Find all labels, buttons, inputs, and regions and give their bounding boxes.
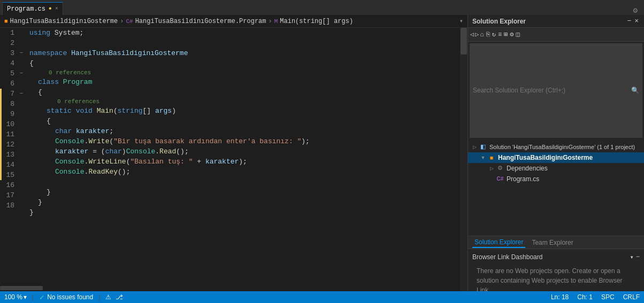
csharp-file-icon: C#	[496, 175, 504, 183]
code-line: }	[29, 197, 460, 207]
search-icon: 🔍	[631, 87, 639, 95]
toolbar-icon-preview[interactable]: ◫	[516, 30, 520, 38]
check-icon: ✓	[39, 293, 45, 301]
status-ln[interactable]: Ln: 18	[551, 293, 569, 301]
toolbar-icon-back[interactable]: ◁	[470, 30, 474, 38]
sidebar-bottom-tabs: Solution Explorer Team Explorer	[468, 236, 644, 248]
code-line-group: 0 references static void Main(string[] a…	[29, 97, 460, 116]
breadcrumb-item-3[interactable]: M Main(string[] args)	[274, 18, 353, 25]
solution-explorer-title: Solution Explorer	[472, 18, 526, 25]
solution-search-box[interactable]: 🔍	[470, 43, 642, 138]
project-icon: ■	[487, 153, 496, 162]
browser-link-text: There are no Web projects open. Create o…	[468, 263, 644, 291]
tab-modified-dot: •	[48, 5, 53, 13]
branch-icon: ⎇	[116, 293, 123, 301]
horizontal-scrollbar[interactable]	[0, 285, 460, 291]
tree-item-program-cs[interactable]: C# Program.cs	[468, 174, 644, 184]
breadcrumb: ■ HangiTusaBasildiginıGosterme › C# Hang…	[0, 15, 467, 28]
breadcrumb-down-icon[interactable]: ▾	[459, 17, 463, 25]
solution-explorer-header: Solution Explorer − ×	[468, 15, 644, 28]
toolbar-icon-settings[interactable]: ⚙	[510, 30, 513, 38]
status-bar: 100 % ▾ | ✓ No issues found | ⚠ ⎇ Ln: 18…	[0, 291, 644, 303]
browser-link-pin-icon[interactable]: −	[636, 253, 640, 261]
code-line	[29, 38, 460, 48]
solution-icon: ◧	[479, 143, 487, 151]
status-spc[interactable]: SPC	[601, 293, 615, 301]
tab-close-button[interactable]: ×	[55, 6, 58, 12]
breadcrumb-sep-1: ›	[120, 18, 124, 25]
toolbar-icon-home[interactable]: ⌂	[480, 31, 484, 38]
tab-solution-explorer[interactable]: Solution Explorer	[472, 237, 525, 248]
expand-icon[interactable]: ▷	[487, 166, 496, 171]
status-warning-icon[interactable]: ⚠ ⎇	[105, 293, 122, 301]
tree-label-deps: Dependencies	[507, 165, 548, 172]
status-crlf[interactable]: CRLF	[623, 293, 640, 301]
toolbar-icon-sync[interactable]: ↻	[492, 30, 496, 38]
breadcrumb-item-1[interactable]: ■ HangiTusaBasildiginıGosterme	[4, 18, 118, 25]
code-line: namespace HangiTusaBasildiginıGosterme	[29, 48, 460, 58]
code-line: karakter = (char)Console.Read();	[29, 146, 460, 157]
solution-search-input[interactable]	[473, 87, 631, 94]
tree-label-solution: Solution 'HangiTusaBasildiginıGosterme' …	[489, 144, 635, 150]
toolbar-icon-props[interactable]: ≡	[498, 31, 502, 38]
tree-item-dependencies[interactable]: ▷ ⚙ Dependencies	[468, 163, 644, 174]
tab-bar-gear-icon[interactable]: ⚙	[633, 6, 638, 15]
tab-label: Program.cs	[7, 5, 45, 13]
code-content[interactable]: using System; namespace HangiTusaBasildi…	[25, 28, 460, 285]
tree-item-project[interactable]: ▼ ■ HangiTusaBasildiginıGosterme	[468, 152, 644, 163]
status-no-issues[interactable]: ✓ No issues found	[39, 293, 93, 301]
code-editor[interactable]: 1 2 3 4 5 6 7 8 9 10 11 12 13	[0, 28, 460, 285]
status-zoom[interactable]: 100 % ▾	[4, 293, 27, 301]
solution-tree[interactable]: ▷ ◧ Solution 'HangiTusaBasildiginıGoster…	[468, 139, 644, 236]
tree-item-solution[interactable]: ▷ ◧ Solution 'HangiTusaBasildiginıGoster…	[468, 142, 644, 152]
triangle-icon: ⚠	[105, 293, 111, 301]
tab-program-cs[interactable]: Program.cs • ×	[2, 2, 63, 15]
code-line: }	[29, 207, 460, 217]
tab-bar: Program.cs • × ⚙	[0, 0, 644, 15]
pin-icon[interactable]: −	[626, 17, 632, 25]
tree-label-program-cs: Program.cs	[507, 175, 539, 183]
code-line	[29, 177, 460, 187]
code-line: {	[29, 58, 460, 68]
breadcrumb-item-2[interactable]: C# HangiTusaBasildinıGosterme.Program	[126, 18, 266, 25]
code-line: }	[29, 187, 460, 197]
toolbar-icon-forward[interactable]: ▷	[475, 30, 479, 38]
code-line: Console.WriteLine("Basılan tuş: " + kara…	[29, 157, 460, 167]
browser-link-title: Browser Link Dashboard	[472, 253, 542, 261]
status-ch[interactable]: Ch: 1	[577, 293, 593, 301]
browser-link-dropdown-icon[interactable]: ▾	[630, 253, 634, 261]
code-line: using System;	[29, 28, 460, 38]
code-line-group: 0 references class Program	[29, 68, 460, 87]
deps-icon: ⚙	[496, 164, 504, 173]
sidebar-close-icon[interactable]: ×	[633, 17, 640, 25]
code-line: Console.ReadKey();	[29, 167, 460, 177]
toolbar-icon-copy[interactable]: ⎘	[486, 31, 490, 38]
code-line: {	[29, 116, 460, 126]
expand-icon[interactable]: ▷	[470, 144, 479, 150]
line-numbers: 1 2 3 4 5 6 7 8 9 10 11 12 13	[2, 28, 18, 285]
code-line	[29, 217, 460, 228]
code-line: Console.Write("Bir tuşa basarak ardından…	[29, 136, 460, 146]
breadcrumb-sep-2: ›	[269, 18, 272, 25]
expand-icon[interactable]: ▼	[479, 155, 487, 160]
toolbar-icon-filter[interactable]: ⊞	[504, 30, 508, 38]
browser-link-panel: Browser Link Dashboard ▾ − There are no …	[468, 248, 644, 291]
tab-team-explorer[interactable]: Team Explorer	[530, 238, 575, 247]
code-line: {	[29, 87, 460, 97]
tree-label-project: HangiTusaBasildiginıGosterme	[498, 154, 593, 161]
solution-explorer-toolbar: ◁ ▷ ⌂ ⎘ ↻ ≡ ⊞ ⚙ ◫	[468, 28, 644, 42]
vertical-scrollbar[interactable]	[460, 28, 467, 291]
code-line: char karakter;	[29, 126, 460, 136]
fold-indicators: − − −	[18, 28, 25, 285]
